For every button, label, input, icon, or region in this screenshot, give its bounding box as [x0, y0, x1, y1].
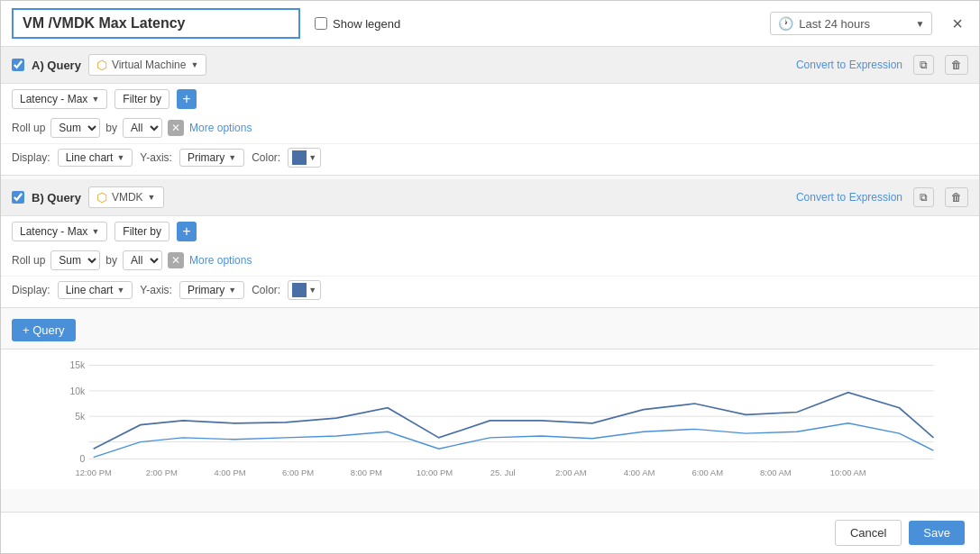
query-b-rollup-label: Roll up: [12, 254, 45, 267]
query-b-rollup-by-select[interactable]: All: [123, 250, 162, 270]
query-a-checkbox[interactable]: [12, 59, 24, 71]
query-b-color-swatch: [292, 283, 307, 297]
query-b-yaxis-val: Primary: [188, 284, 224, 296]
query-b-rollup-row: Roll up SumAvgMaxMin by All ✕ More optio…: [1, 247, 979, 276]
chevron-down-icon: ▼: [91, 227, 99, 236]
query-a-by-label: by: [105, 122, 117, 134]
query-b-label: B) Query: [32, 191, 81, 204]
query-a-convert-link[interactable]: Convert to Expression: [796, 59, 902, 71]
save-button[interactable]: Save: [909, 521, 965, 545]
query-a-yaxis-label: Y-axis:: [140, 151, 172, 164]
add-query-button[interactable]: + Query: [12, 319, 76, 341]
title-input[interactable]: [12, 8, 300, 39]
show-legend-checkbox[interactable]: [315, 17, 327, 30]
query-a-display-row: Display: Line chart ▼ Y-axis: Primary ▼ …: [1, 143, 979, 175]
query-b-color-label: Color:: [252, 284, 280, 296]
query-b-delete-btn[interactable]: 🗑: [945, 187, 968, 207]
query-a-copy-btn[interactable]: ⧉: [913, 55, 934, 75]
query-a-filter-btn[interactable]: Filter by: [114, 89, 169, 109]
query-b-clear-btn[interactable]: ✕: [168, 252, 184, 268]
svg-text:2:00 PM: 2:00 PM: [146, 468, 178, 477]
queries-area: A) Query ⬡ Virtual Machine ▼ Convert to …: [1, 47, 979, 512]
svg-text:8:00 AM: 8:00 AM: [760, 468, 792, 477]
query-a-metric-label: Latency - Max: [20, 93, 87, 105]
query-a-block: A) Query ⬡ Virtual Machine ▼ Convert to …: [1, 47, 979, 176]
query-a-rollup-func-select[interactable]: SumAvgMaxMin: [50, 118, 100, 138]
chevron-down-icon: ▼: [91, 95, 99, 104]
query-b-entity-btn[interactable]: ⬡ VMDK ▼: [88, 186, 164, 208]
close-button[interactable]: ×: [947, 12, 968, 36]
add-query-bar: + Query: [1, 312, 979, 349]
query-b-metric-label: Latency - Max: [20, 225, 87, 238]
query-b-chart-type-btn[interactable]: Line chart ▼: [58, 281, 133, 299]
query-b-filter-btn[interactable]: Filter by: [114, 222, 169, 241]
query-a-add-filter-btn[interactable]: +: [177, 89, 197, 109]
time-range-label: Last 24 hours: [799, 17, 870, 31]
query-b-metric-row: Latency - Max ▼ Filter by +: [1, 216, 979, 247]
chevron-down-icon: ▼: [308, 286, 316, 295]
chart-svg: 15k 10k 5k 0 12:00 PM 2:00 PM 4:00 PM 6:…: [12, 357, 968, 483]
vm-icon: ⬡: [96, 58, 107, 72]
query-a-more-options-link[interactable]: More options: [189, 122, 252, 134]
query-b-yaxis-btn[interactable]: Primary ▼: [179, 281, 244, 299]
query-b-filter-label: Filter by: [123, 225, 161, 238]
clock-icon: 🕐: [778, 16, 793, 31]
svg-text:6:00 AM: 6:00 AM: [691, 468, 723, 477]
svg-text:12:00 PM: 12:00 PM: [75, 468, 112, 477]
query-a-entity-name: Virtual Machine: [112, 59, 187, 71]
query-a-rollup-label: Roll up: [12, 122, 45, 134]
chevron-down-icon: ▼: [228, 286, 236, 295]
query-a-chart-type-label: Line chart: [66, 151, 114, 164]
vmdk-icon: ⬡: [96, 190, 107, 204]
query-b-yaxis-label: Y-axis:: [140, 284, 172, 296]
query-b-more-options-link[interactable]: More options: [189, 254, 252, 267]
svg-text:4:00 AM: 4:00 AM: [624, 468, 655, 477]
query-a-rollup-row: Roll up SumAvgMaxMin by All ✕ More optio…: [1, 114, 979, 143]
query-b-color-picker[interactable]: ▼: [288, 280, 321, 300]
query-b-entity-name: VMDK: [112, 191, 143, 204]
time-picker[interactable]: 🕐 Last 24 hours ▼: [770, 12, 932, 35]
query-a-color-swatch: [292, 150, 307, 165]
query-b-convert-link[interactable]: Convert to Expression: [796, 191, 902, 204]
query-a-clear-btn[interactable]: ✕: [168, 120, 184, 136]
query-b-copy-btn[interactable]: ⧉: [913, 187, 934, 207]
query-b-block: B) Query ⬡ VMDK ▼ Convert to Expression …: [1, 179, 979, 308]
query-a-yaxis-btn[interactable]: Primary ▼: [179, 149, 244, 167]
query-a-color-label: Color:: [252, 151, 280, 164]
query-a-yaxis-val: Primary: [188, 151, 224, 164]
chevron-down-icon: ▼: [116, 286, 124, 295]
svg-text:10:00 AM: 10:00 AM: [830, 468, 866, 477]
cancel-button[interactable]: Cancel: [835, 520, 902, 546]
query-a-entity-btn[interactable]: ⬡ Virtual Machine ▼: [88, 54, 206, 76]
chevron-down-icon: ▼: [228, 153, 236, 162]
query-a-metric-btn[interactable]: Latency - Max ▼: [12, 89, 107, 109]
query-a-filter-label: Filter by: [123, 93, 161, 105]
svg-text:0: 0: [79, 454, 85, 464]
chevron-down-icon: ▼: [116, 153, 124, 162]
svg-text:8:00 PM: 8:00 PM: [351, 468, 382, 477]
query-a-rollup-by-select[interactable]: All: [123, 118, 162, 138]
query-b-metric-btn[interactable]: Latency - Max ▼: [12, 222, 107, 241]
chevron-down-icon: ▼: [148, 193, 156, 202]
show-legend-wrapper: Show legend: [315, 17, 400, 31]
query-a-display-label: Display:: [12, 151, 50, 164]
chart-area: 15k 10k 5k 0 12:00 PM 2:00 PM 4:00 PM 6:…: [1, 349, 979, 489]
query-a-label: A) Query: [32, 59, 81, 72]
query-a-color-picker[interactable]: ▼: [288, 148, 321, 168]
query-b-by-label: by: [105, 254, 117, 267]
query-b-chart-type-label: Line chart: [66, 284, 114, 296]
query-b-checkbox[interactable]: [12, 191, 24, 204]
query-b-display-row: Display: Line chart ▼ Y-axis: Primary ▼ …: [1, 276, 979, 307]
query-b-rollup-func-select[interactable]: SumAvgMaxMin: [50, 250, 100, 270]
svg-text:4:00 PM: 4:00 PM: [214, 468, 245, 477]
query-b-display-label: Display:: [12, 284, 50, 296]
svg-text:10k: 10k: [69, 386, 86, 396]
query-a-chart-type-btn[interactable]: Line chart ▼: [58, 149, 133, 167]
svg-text:25. Jul: 25. Jul: [490, 468, 516, 477]
show-legend-label: Show legend: [333, 17, 400, 31]
svg-text:2:00 AM: 2:00 AM: [555, 468, 587, 477]
svg-text:10:00 PM: 10:00 PM: [417, 468, 453, 477]
query-a-delete-btn[interactable]: 🗑: [945, 55, 968, 75]
footer: Cancel Save: [1, 512, 979, 553]
query-b-add-filter-btn[interactable]: +: [177, 222, 197, 241]
